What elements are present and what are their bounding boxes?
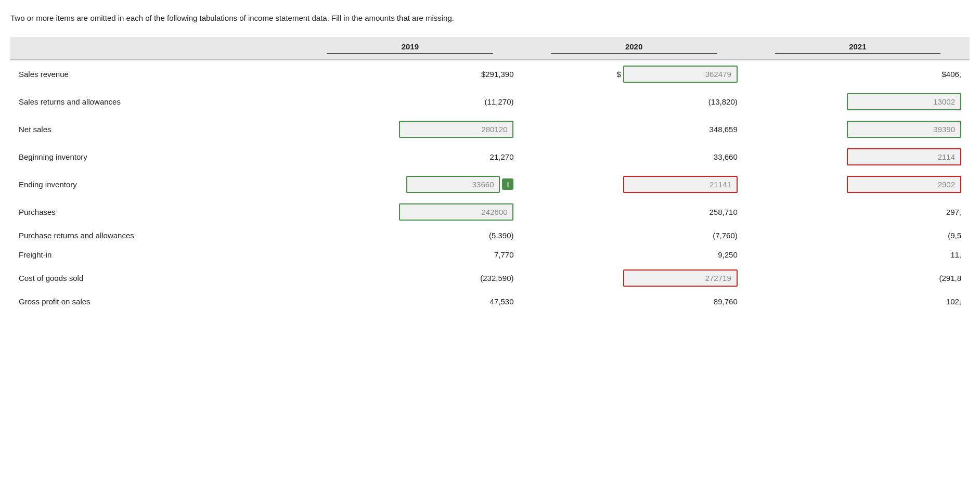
input-2020-cogs[interactable] [623, 269, 738, 287]
input-2021-beginning-inventory[interactable] [847, 148, 961, 165]
header-label [10, 37, 298, 60]
val-2021-net-sales [746, 115, 970, 143]
row-label-purchase-returns: Purchase returns and allowances [10, 226, 298, 245]
table-row: Cost of goods sold (232,590) (291,8 [10, 264, 970, 292]
val-2021-gross-profit: 102, [746, 292, 970, 311]
input-2021-net-sales[interactable] [847, 121, 961, 138]
table-row: Beginning inventory 21,270 33,660 [10, 143, 970, 171]
val-2020-purchases: 258,710 [522, 198, 745, 226]
table-row: Net sales 348,659 [10, 115, 970, 143]
val-2020-freight-in: 9,250 [522, 245, 745, 264]
input-2021-ending-inventory[interactable] [847, 176, 961, 193]
val-2020-sales-returns: (13,820) [522, 88, 745, 115]
val-2021-purchase-returns: (9,5 [746, 226, 970, 245]
val-2020-net-sales: 348,659 [522, 115, 745, 143]
row-label-sales-revenue: Sales revenue [10, 60, 298, 88]
val-2020-purchase-returns: (7,760) [522, 226, 745, 245]
info-button[interactable]: i [502, 178, 513, 190]
row-label-ending-inventory: Ending inventory [10, 171, 298, 198]
main-table-wrapper: 2019 2020 2021 Sales revenue $291,390 $ [10, 37, 970, 311]
header-2019: 2019 [298, 37, 522, 60]
table-row: Sales revenue $291,390 $ $406, [10, 60, 970, 88]
input-2019-purchases[interactable] [399, 203, 513, 221]
header-2021: 2021 [746, 37, 970, 60]
val-2020-beginning-inventory: 33,660 [522, 143, 745, 171]
input-2020-sales-revenue[interactable] [623, 66, 738, 83]
row-label-net-sales: Net sales [10, 115, 298, 143]
table-row: Freight-in 7,770 9,250 11, [10, 245, 970, 264]
val-2020-sales-revenue: $ [522, 60, 745, 88]
val-2019-ending-inventory: i [298, 171, 522, 198]
val-2019-purchases [298, 198, 522, 226]
row-label-beginning-inventory: Beginning inventory [10, 143, 298, 171]
val-2019-cogs: (232,590) [298, 264, 522, 292]
val-2019-net-sales [298, 115, 522, 143]
val-2021-sales-returns [746, 88, 970, 115]
val-2021-purchases: 297, [746, 198, 970, 226]
table-row: Ending inventory i [10, 171, 970, 198]
val-2020-cogs [522, 264, 745, 292]
val-2019-purchase-returns: (5,390) [298, 226, 522, 245]
table-row: Purchases 258,710 297, [10, 198, 970, 226]
dollar-prefix-2020: $ [616, 70, 621, 79]
table-row: Purchase returns and allowances (5,390) … [10, 226, 970, 245]
header-2020: 2020 [522, 37, 745, 60]
val-2019-freight-in: 7,770 [298, 245, 522, 264]
instructions-text: Two or more items are omitted in each of… [10, 12, 970, 24]
row-label-cogs: Cost of goods sold [10, 264, 298, 292]
val-2021-freight-in: 11, [746, 245, 970, 264]
row-label-gross-profit: Gross profit on sales [10, 292, 298, 311]
val-2020-gross-profit: 89,760 [522, 292, 745, 311]
table-row: Gross profit on sales 47,530 89,760 102, [10, 292, 970, 311]
val-2021-ending-inventory [746, 171, 970, 198]
row-label-purchases: Purchases [10, 198, 298, 226]
table-row: Sales returns and allowances (11,270) (1… [10, 88, 970, 115]
input-2020-ending-inventory[interactable] [623, 176, 738, 193]
val-2021-beginning-inventory [746, 143, 970, 171]
row-label-sales-returns: Sales returns and allowances [10, 88, 298, 115]
val-2021-cogs: (291,8 [746, 264, 970, 292]
val-2019-sales-returns: (11,270) [298, 88, 522, 115]
income-statement-table: 2019 2020 2021 Sales revenue $291,390 $ [10, 37, 970, 311]
val-2019-beginning-inventory: 21,270 [298, 143, 522, 171]
val-2019-sales-revenue: $291,390 [298, 60, 522, 88]
row-label-freight-in: Freight-in [10, 245, 298, 264]
val-2020-ending-inventory [522, 171, 745, 198]
val-2021-sales-revenue: $406, [746, 60, 970, 88]
val-2019-gross-profit: 47,530 [298, 292, 522, 311]
input-2021-sales-returns[interactable] [847, 93, 961, 110]
input-2019-ending-inventory[interactable] [406, 176, 500, 193]
input-2019-net-sales[interactable] [399, 121, 513, 138]
